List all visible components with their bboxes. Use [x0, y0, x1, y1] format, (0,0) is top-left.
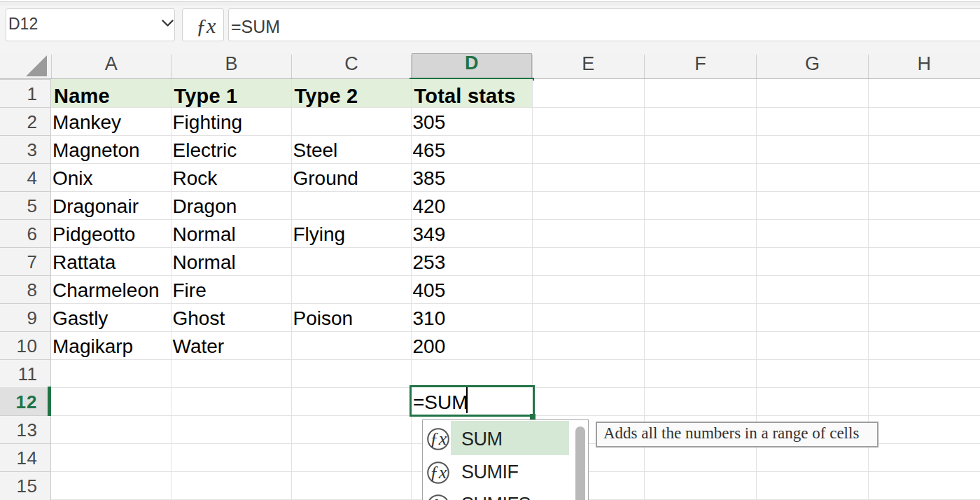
- svg-text:ƒx: ƒx: [430, 461, 447, 482]
- svg-text:ƒx: ƒx: [430, 429, 447, 449]
- svg-text:ƒx: ƒx: [430, 495, 447, 500]
